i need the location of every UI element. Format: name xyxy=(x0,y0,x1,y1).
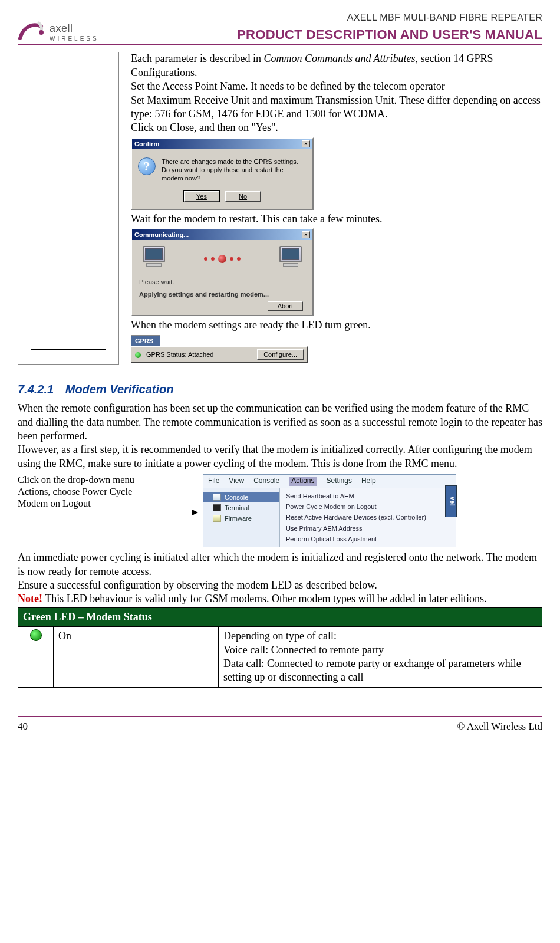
computer-icon xyxy=(276,246,305,272)
led-state: On xyxy=(54,627,219,688)
section-note: Note! This LED behaviour is valid only f… xyxy=(18,592,542,606)
page-footer: 40 © Axell Wireless Ltd xyxy=(18,716,542,733)
menu-help[interactable]: Help xyxy=(361,477,376,486)
svg-point-0 xyxy=(39,30,44,35)
confirm-titlebar: Confirm × xyxy=(132,139,312,149)
applying-text: Applying settings and restarting modem..… xyxy=(139,290,305,298)
logo-sub: WIRELESS xyxy=(50,35,99,42)
gprs-status: GPRS Status: Attached xyxy=(135,350,213,359)
instr-para-2: Set the Access Point Name. It needs to b… xyxy=(131,80,542,93)
logo-text: axell WIRELESS xyxy=(50,22,99,42)
copyright: © Axell Wireless Ltd xyxy=(457,720,542,733)
section-p1: When the remote configuration has been s… xyxy=(18,402,542,443)
gprs-panel: GPRS GPRS Status: Attached Configure... xyxy=(131,335,308,363)
wait-text: Please wait. xyxy=(139,278,305,286)
tree-item-console[interactable]: Console xyxy=(203,492,279,502)
arrow-head-icon xyxy=(192,510,198,515)
configure-button[interactable]: Configure... xyxy=(257,349,304,360)
logo-mark-icon xyxy=(18,21,46,43)
confirm-message: There are changes made to the GPRS setti… xyxy=(162,157,307,183)
led-table-header: Green LED – Modem Status xyxy=(18,607,542,626)
dd-send-heartbeat[interactable]: Send Heartbeat to AEM xyxy=(280,491,456,501)
instr-para-5: Wait for the modem to restart. This can … xyxy=(131,212,542,226)
menu-settings[interactable]: Settings xyxy=(327,477,352,486)
menu-view[interactable]: View xyxy=(229,477,244,486)
instr-para-3: Set Maximum Receive Unit and maximum Tra… xyxy=(131,94,542,121)
page-header: axell WIRELESS AXELL MBF MULI-BAND FIBRE… xyxy=(18,12,542,45)
header-titles: AXELL MBF MULI-BAND FIBRE REPEATER PRODU… xyxy=(237,12,542,43)
instruction-left-cell xyxy=(18,52,119,365)
menubar: File View Console Actions Settings Help xyxy=(203,475,456,488)
menu-caption: Click on the drop-down menu Actions, cho… xyxy=(18,474,152,509)
instr-para-1: Each parameter is described in Common Co… xyxy=(131,52,542,80)
led-description: Depending on type of call: Voice call: C… xyxy=(219,627,542,688)
arrow-line xyxy=(157,514,192,514)
menu-file[interactable]: File xyxy=(208,477,219,486)
manual-title: PRODUCT DESCRIPTION AND USER'S MANUAL xyxy=(237,27,542,44)
menu-actions[interactable]: Actions xyxy=(289,477,317,486)
dd-reset-devices[interactable]: Reset Active Hardware Devices (excl. Con… xyxy=(280,512,456,523)
page-number: 40 xyxy=(18,720,28,733)
dd-primary-aem[interactable]: Use Primary AEM Address xyxy=(280,523,456,534)
gprs-tab[interactable]: GPRS xyxy=(131,335,160,346)
yes-button[interactable]: Yes xyxy=(184,191,219,202)
firmware-icon xyxy=(213,515,221,522)
dd-power-cycle[interactable]: Power Cycle Modem on Logout xyxy=(280,501,456,512)
transfer-dots-icon xyxy=(204,255,241,263)
actions-dropdown: Send Heartbeat to AEM Power Cycle Modem … xyxy=(280,488,456,547)
rmc-menu-screenshot: File View Console Actions Settings Help … xyxy=(203,474,456,547)
no-button[interactable]: No xyxy=(225,191,261,202)
computer-icon xyxy=(139,246,169,272)
section-p2: However, as a first step, it is recommen… xyxy=(18,443,542,471)
logo-main: axell xyxy=(50,22,73,34)
terminal-icon xyxy=(213,504,221,511)
instruction-content: Each parameter is described in Common Co… xyxy=(119,52,542,365)
instr-para-6: When the modem settings are ready the LE… xyxy=(131,318,542,332)
communicating-dialog: Communicating... × Pl xyxy=(131,228,314,316)
tree-item-firmware[interactable]: Firmware xyxy=(203,513,279,524)
question-icon: ? xyxy=(138,157,156,175)
dd-optical-loss[interactable]: Perform Optical Loss Ajustment xyxy=(280,534,456,544)
section-p3: An immediate power cycling is initiated … xyxy=(18,551,542,579)
menu-figure: Click on the drop-down menu Actions, cho… xyxy=(18,474,542,547)
led-green-icon xyxy=(135,352,141,358)
close-icon[interactable]: × xyxy=(302,231,310,238)
led-green-icon xyxy=(30,629,42,641)
tree-item-terminal[interactable]: Terminal xyxy=(203,502,279,513)
side-popup-button[interactable]: vel xyxy=(445,485,457,517)
communicating-titlebar: Communicating... × xyxy=(132,229,312,240)
section-p4: Ensure a successful configuration by obs… xyxy=(18,579,542,592)
close-icon[interactable]: × xyxy=(302,140,310,147)
led-status-table: Green LED – Modem Status On Depending on… xyxy=(18,607,542,688)
console-icon xyxy=(213,494,221,501)
confirm-title: Confirm xyxy=(134,140,159,148)
product-name: AXELL MBF MULI-BAND FIBRE REPEATER xyxy=(237,12,542,24)
menu-console[interactable]: Console xyxy=(253,477,279,486)
instr-para-4: Click on Close, and then on "Yes". xyxy=(131,121,542,134)
pointer-line xyxy=(31,349,106,350)
confirm-dialog: Confirm × ? There are changes made to th… xyxy=(131,137,314,210)
abort-button[interactable]: Abort xyxy=(268,301,303,311)
communicating-title: Communicating... xyxy=(134,231,189,239)
tree-panel: Console Terminal Firmware xyxy=(203,488,280,547)
logo: axell WIRELESS xyxy=(18,21,99,43)
instruction-block: Each parameter is described in Common Co… xyxy=(18,52,542,365)
section-heading: 7.4.2.1 Modem Verification xyxy=(18,382,542,397)
